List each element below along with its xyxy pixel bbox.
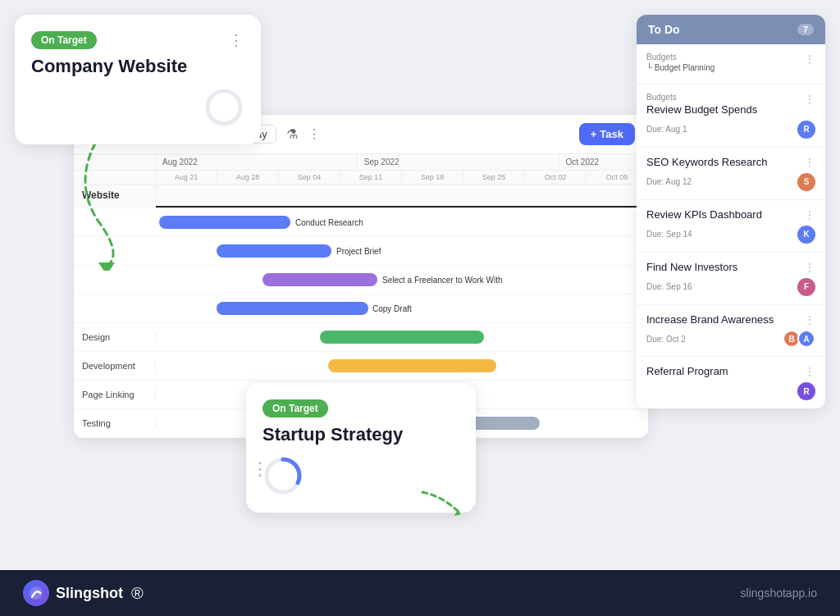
gantt-row-development: Development [74, 352, 648, 381]
todo-item-content: Budgets └ Budget Planning [646, 52, 714, 75]
progress-ring-chart [203, 87, 244, 128]
todo-category-budgets: Budgets [646, 52, 714, 62]
todo-item-review-budget: Budgets Review Budget Spends ⋮ Due: Aug … [637, 84, 825, 148]
startup-strategy-title: Startup Strategy [262, 424, 459, 445]
more-options-icon[interactable]: ⋮ [229, 31, 244, 49]
week-sep04: Sep 04 [279, 171, 340, 184]
todo-avatar-kpi: K [797, 226, 815, 244]
on-target-badge: On Target [31, 31, 97, 49]
website-section-bar-area [156, 185, 648, 208]
todo-brand-footer: Due: Oct 2 B A [646, 330, 815, 348]
week-aug21: Aug 21 [156, 171, 217, 184]
todo-referral-footer: R [646, 382, 815, 400]
development-track [156, 352, 648, 380]
progress-area [31, 87, 244, 128]
todo-avatar-referral: R [797, 382, 815, 400]
todo-item-investors: Find New Investors ⋮ Due: Sep 16 F [637, 253, 825, 305]
todo-item-referral: Referral Program ⋮ R [637, 357, 825, 408]
todo-panel: To Do 7 Budgets └ Budget Planning ⋮ Budg… [637, 15, 825, 408]
todo-review-footer: Due: Aug 1 R [646, 121, 815, 139]
todo-title-referral: Referral Program [646, 365, 801, 379]
week-sep25: Sep 25 [463, 171, 525, 184]
project-brief-task-label: Project Brief [336, 247, 381, 256]
todo-brand-more-icon[interactable]: ⋮ [804, 313, 815, 326]
todo-item-kpi: Review KPIs Dashboard ⋮ Due: Sep 14 K [637, 200, 825, 253]
todo-header: To Do 7 [637, 15, 825, 44]
todo-kpi-more-icon[interactable]: ⋮ [804, 208, 815, 221]
todo-title-brand: Increase Brand Awareness [646, 313, 801, 327]
conduct-research-task-label: Conduct Research [295, 218, 363, 227]
brand-url: slingshotapp.io [741, 586, 817, 600]
todo-avatar-review: R [797, 121, 815, 139]
todo-avatar-group-brand: B A [783, 330, 815, 348]
todo-avatar-investors: F [797, 278, 815, 296]
todo-kpi-header: Review KPIs Dashboard ⋮ [646, 208, 815, 222]
company-website-title: Company Website [31, 56, 244, 77]
conduct-research-track: Conduct Research [156, 208, 648, 236]
company-website-card: On Target ⋮ Company Website [15, 15, 261, 144]
todo-title: To Do [648, 23, 680, 36]
gantt-week-headers: Aug 21 Aug 28 Sep 04 Sep 11 Sep 18 Sep 2… [156, 171, 648, 184]
card-header: On Target ⋮ [31, 31, 244, 49]
copy-draft-task-label: Copy Draft [372, 304, 412, 313]
todo-review-more-icon[interactable]: ⋮ [804, 93, 815, 106]
copy-draft-track: Copy Draft [156, 294, 648, 322]
todo-sub-budget-planning: └ Budget Planning [646, 63, 714, 72]
brand-logo: Slingshot ® [23, 580, 144, 606]
todo-review-content: Budgets Review Budget Spends [646, 93, 760, 117]
startup-card-header: On Target [262, 399, 459, 418]
add-task-button[interactable]: + Task [579, 123, 635, 145]
todo-title-review-budget: Review Budget Spends [646, 103, 757, 117]
freelancer-task-label: Select a Freelancer to Work With [382, 276, 503, 285]
todo-avatar-brand2: A [797, 330, 815, 348]
design-bar[interactable] [320, 331, 484, 344]
week-sep11: Sep 11 [340, 171, 402, 184]
todo-seo-more-icon[interactable]: ⋮ [804, 156, 815, 169]
filter-icon[interactable]: ⚗ [286, 126, 298, 142]
startup-strategy-card: On Target Startup Strategy [246, 383, 476, 513]
todo-due-oct2: Due: Oct 2 [646, 335, 686, 344]
week-oct02: Oct 02 [525, 171, 587, 184]
todo-due-aug1: Due: Aug 1 [646, 125, 687, 134]
todo-title-seo: SEO Keywords Research [646, 156, 801, 170]
todo-items-list: Budgets └ Budget Planning ⋮ Budgets Revi… [637, 44, 825, 408]
copy-draft-bar[interactable] [217, 302, 368, 315]
startup-card-dots[interactable]: ⋮ [251, 459, 271, 480]
todo-seo-footer: Due: Aug 12 S [646, 173, 815, 191]
plus-icon: + [591, 128, 597, 140]
startup-on-target-badge: On Target [262, 399, 328, 418]
month-oct-2022: Oct 2022 [559, 154, 649, 170]
more-icon[interactable]: ⋮ [308, 126, 321, 142]
testing-label: Testing [74, 418, 156, 428]
month-aug-2022: Aug 2022 [156, 154, 358, 170]
project-brief-track: Project Brief [156, 237, 648, 265]
todo-item-seo: SEO Keywords Research ⋮ Due: Aug 12 S [637, 148, 825, 200]
development-bar[interactable] [328, 359, 496, 372]
project-brief-bar[interactable] [217, 244, 331, 258]
week-sep18: Sep 18 [402, 171, 463, 184]
svg-point-0 [208, 91, 240, 124]
slingshot-svg-icon [29, 586, 43, 600]
week-aug28: Aug 28 [217, 171, 279, 184]
gantt-row-copy-draft: Copy Draft [74, 294, 648, 323]
add-task-label: Task [600, 128, 623, 140]
freelancer-track: Select a Freelancer to Work With [156, 266, 648, 294]
todo-due-sep16: Due: Sep 16 [646, 282, 692, 291]
todo-referral-header: Referral Program ⋮ [646, 365, 815, 379]
freelancer-bar[interactable] [262, 273, 377, 286]
startup-dashed-arrow [418, 488, 468, 521]
todo-due-sep14: Due: Sep 14 [646, 230, 692, 239]
todo-count: 7 [797, 24, 814, 35]
page-linking-label: Page Linking [74, 390, 156, 399]
todo-category-budgets2: Budgets [646, 93, 760, 102]
todo-item-more-icon[interactable]: ⋮ [804, 52, 815, 66]
todo-due-aug12: Due: Aug 12 [646, 177, 692, 186]
todo-item-header: Budgets └ Budget Planning ⋮ [646, 52, 815, 75]
design-track [156, 323, 648, 351]
conduct-research-bar[interactable] [159, 216, 290, 229]
todo-investors-header: Find New Investors ⋮ [646, 261, 815, 275]
todo-avatar-seo: S [797, 173, 815, 191]
todo-referral-more-icon[interactable]: ⋮ [804, 365, 815, 378]
todo-investors-more-icon[interactable]: ⋮ [804, 261, 815, 274]
todo-item-budget-planning: Budgets └ Budget Planning ⋮ [637, 44, 825, 84]
